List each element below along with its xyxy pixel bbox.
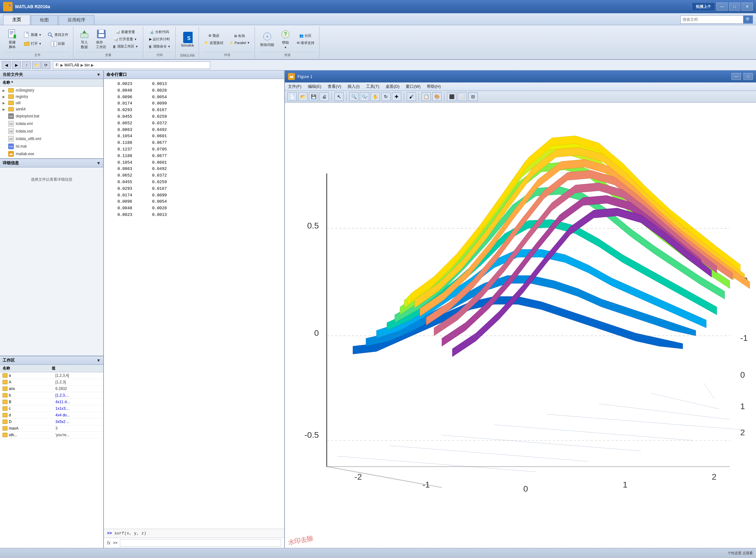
new-variable-button[interactable]: 📊 新建变量: [110, 29, 141, 35]
tab-apps[interactable]: 应用程序: [58, 15, 95, 25]
cmd-data-row: 0.0096 0.0054: [107, 94, 281, 101]
simulink-button[interactable]: S Simulink: [179, 31, 196, 49]
fig-menu-file[interactable]: 文件(F): [288, 84, 302, 90]
nav-btn1[interactable]: 📁: [32, 61, 41, 69]
workspace-item[interactable]: maxA 3: [0, 425, 103, 432]
figure-maximize-btn[interactable]: □: [744, 73, 753, 80]
fig-zoom-out-btn[interactable]: 🔍-: [360, 92, 369, 101]
file-item-lcdata-xml[interactable]: xml lcdata.xml: [1, 120, 103, 127]
fig-menu-view[interactable]: 查看(V): [328, 84, 341, 90]
file-item-registry[interactable]: ▶ registry: [1, 94, 103, 100]
parallel-button[interactable]: ⚡ Parallel ▼: [227, 40, 252, 46]
fx-input[interactable]: [120, 539, 281, 547]
fig-paneleditor-btn[interactable]: ⊟: [468, 92, 478, 101]
cmd-data-row: 0.0863 0.0492: [107, 166, 281, 173]
fig-open-btn[interactable]: 📂: [298, 92, 307, 101]
save-workspace-button[interactable]: 保存工作区: [94, 27, 109, 51]
workspace-item[interactable]: oth... 'you're...: [0, 432, 103, 438]
file-browser-options-button[interactable]: ▼: [96, 72, 101, 77]
request-support-button[interactable]: ✉ 请求支持: [295, 40, 317, 46]
fig-brush-btn[interactable]: 🖌: [407, 92, 416, 101]
set-path-button[interactable]: 📁 设置路径: [202, 40, 226, 46]
ws-item-icon: [2, 433, 7, 437]
file-item-util[interactable]: ▶ util: [1, 100, 103, 106]
clear-commands-button[interactable]: 🗑 清除命令 ▼: [146, 43, 173, 50]
file-item-deploytool[interactable]: bat deploytool.bat: [1, 112, 103, 120]
search-button[interactable]: 🔍: [744, 16, 753, 24]
open-button[interactable]: 打开 ▼: [21, 40, 44, 48]
workspace-item[interactable]: d 4x4 do...: [0, 412, 103, 418]
file-item-lsl-mat[interactable]: mat lsl.mat: [1, 143, 103, 150]
help-button[interactable]: ? 帮助 ▼: [278, 28, 293, 51]
figure-minimize-btn[interactable]: —: [731, 73, 741, 80]
fig-select-btn[interactable]: ↖: [334, 92, 344, 101]
maximize-btn[interactable]: □: [729, 2, 740, 11]
fig-menu-help[interactable]: 帮助(H): [427, 84, 440, 90]
workspace-item[interactable]: B 4x11 d...: [0, 399, 103, 405]
search-input[interactable]: [680, 16, 744, 24]
workspace-item[interactable]: D 3x5x2 ...: [0, 418, 103, 425]
community-button[interactable]: 👥 社区: [295, 32, 317, 39]
fig-print-btn[interactable]: 🖨: [320, 92, 329, 101]
file-name-lcdata-xml: lcdata.xml: [16, 122, 33, 126]
nav-btn2[interactable]: ⟳: [42, 61, 50, 69]
cmd-col1: 0.0455: [107, 179, 132, 186]
set-path-icon: 📁: [204, 41, 209, 45]
ws-item-icon: [2, 413, 7, 417]
fig-new-btn[interactable]: 📄: [287, 92, 297, 101]
up-button[interactable]: ↑: [22, 61, 31, 69]
run-time-button[interactable]: ▶ 运行并计时: [146, 36, 173, 43]
clear-workspace-button[interactable]: 🗑 清除工作区 ▼: [110, 43, 141, 50]
open-dropdown-icon: ▼: [39, 42, 42, 45]
workspace-item[interactable]: ans 6.2832: [0, 385, 103, 392]
close-btn[interactable]: ✕: [741, 2, 753, 11]
import-data-button[interactable]: 导入数据: [76, 27, 92, 51]
cmd-content[interactable]: 0.0023 0.0013 0.0048 0.0028 0.0096 0.005…: [104, 79, 284, 529]
tab-home[interactable]: 主页: [3, 15, 30, 25]
workspace-item[interactable]: A [1,2,3]: [0, 379, 103, 385]
fig-menu-desktop[interactable]: 桌面(D): [385, 84, 399, 90]
tab-plot[interactable]: 绘图: [31, 15, 58, 25]
back-button[interactable]: ◀: [2, 61, 11, 69]
fig-pan-btn[interactable]: ✋: [371, 92, 380, 101]
open-variable-button[interactable]: 📊 打开变量 ▼: [110, 36, 141, 43]
compare-button[interactable]: 比较: [45, 40, 71, 48]
details-options-button[interactable]: ▼: [96, 160, 101, 166]
file-item-lcdata-xsd[interactable]: xsd lcdata.xsd: [1, 127, 103, 135]
cmd-col1: 0.0048: [107, 205, 132, 212]
analyze-code-button[interactable]: 🔬 分析代码: [146, 29, 173, 35]
preset-button[interactable]: ⚙ 预设: [202, 32, 226, 39]
fig-save-btn[interactable]: 💾: [309, 92, 318, 101]
new-script-icon: [7, 29, 17, 39]
fig-prop-btn[interactable]: ⬛: [447, 92, 456, 101]
addon-features-button[interactable]: + 附加功能: [258, 30, 276, 49]
file-item-lcdata-utf8[interactable]: xml lcdata_utf8.xml: [1, 135, 103, 143]
fig-legend-btn[interactable]: 📋: [422, 92, 431, 101]
status-text: 个性设置 点我看: [728, 551, 753, 556]
address-path[interactable]: F: ▶ MATLAB ▶ bin ▶: [53, 61, 210, 69]
workspace-item[interactable]: a [1,2,3,4]: [0, 372, 103, 379]
workspace-item[interactable]: c 1x1x3;...: [0, 405, 103, 412]
fig-layout-btn[interactable]: ⬜: [458, 92, 467, 101]
new-button[interactable]: 新建 ▼: [21, 31, 44, 39]
layout-button[interactable]: ⊞ 布局: [227, 33, 252, 39]
fig-colorbar-btn[interactable]: 🎨: [432, 92, 442, 101]
fig-menu-window[interactable]: 窗口(W): [406, 84, 421, 90]
find-file-button[interactable]: 查找文件: [45, 31, 71, 39]
minimize-btn[interactable]: —: [716, 2, 728, 11]
new-script-button[interactable]: 新建脚本: [4, 27, 20, 51]
forward-button[interactable]: ▶: [12, 61, 21, 69]
fig-menu-tools[interactable]: 工具(T): [366, 84, 380, 90]
file-item-m3iregistry[interactable]: ▶ m3iregistry: [1, 87, 103, 94]
file-item-matlab-exe[interactable]: matlab.exe: [1, 150, 103, 158]
variable-group-label: 变量: [76, 52, 141, 57]
file-item-win64[interactable]: ▶ win64: [1, 106, 103, 112]
fig-menu-edit[interactable]: 编辑(E): [308, 84, 321, 90]
fig-rotate-btn[interactable]: ↻: [381, 92, 390, 101]
fig-zoom-in-btn[interactable]: 🔍: [349, 92, 358, 101]
addon-btn[interactable]: 拓搜上个: [692, 2, 715, 11]
fig-datacursor-btn[interactable]: ✚: [392, 92, 401, 101]
fig-menu-insert[interactable]: 插入(I): [348, 84, 359, 90]
workspace-options-button[interactable]: ▼: [96, 358, 101, 363]
workspace-item[interactable]: b [1,2;3,...: [0, 392, 103, 399]
